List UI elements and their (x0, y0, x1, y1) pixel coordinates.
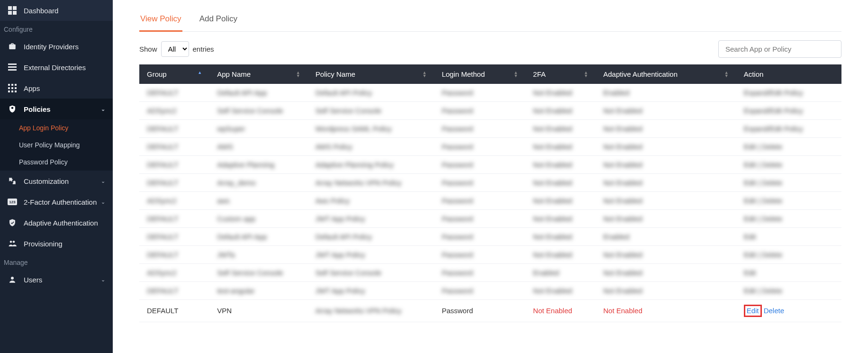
svg-rect-5 (8, 66, 17, 68)
sub-user-policy-mapping[interactable]: User Policy Mapping (0, 136, 113, 154)
policy-tabs: View Policy Add Policy (139, 9, 841, 32)
nav-adaptive-auth-label: Adaptive Authentication (24, 219, 105, 227)
svg-rect-10 (8, 87, 10, 89)
nav-identity-providers[interactable]: Identity Providers (0, 36, 113, 57)
sort-icon: ▲▼ (422, 71, 426, 78)
sub-app-login-policy[interactable]: App Login Policy (0, 119, 113, 136)
sort-icon: ▲▼ (296, 71, 300, 78)
table-row: DEFAULTDefault API AppDefault API Policy… (139, 228, 841, 246)
search-box (718, 40, 841, 58)
nav-two-factor[interactable]: 123 2-Factor Authentication ⌄ (0, 191, 113, 212)
svg-rect-9 (15, 84, 17, 86)
svg-rect-12 (15, 87, 17, 89)
nav-users-label: Users (24, 276, 101, 284)
svg-rect-1 (13, 6, 17, 10)
chevron-down-icon: ⌄ (101, 199, 105, 205)
svg-rect-6 (8, 69, 17, 71)
table-row: DEFAULTAWSAWS PolicyPasswordNot EnabledN… (139, 138, 841, 156)
list-icon (8, 63, 17, 72)
col-2fa[interactable]: 2FA ▲▼ (525, 64, 596, 84)
sort-icon: ▲▼ (514, 71, 518, 78)
briefcase-icon (8, 42, 17, 51)
table-row: DEFAULTJWTaJWT App PolicyPasswordNot Ena… (139, 246, 841, 264)
sub-password-policy[interactable]: Password Policy (0, 154, 113, 171)
policies-submenu: App Login Policy User Policy Mapping Pas… (0, 119, 113, 171)
svg-rect-0 (8, 6, 12, 10)
table-row-focus: DEFAULTVPNArray Networks VPN PolicyPassw… (139, 300, 841, 322)
edit-link[interactable]: Edit (744, 305, 762, 317)
col-action: Action (736, 64, 841, 84)
users-sync-icon (8, 239, 17, 248)
nav-users[interactable]: Users ⌄ (0, 269, 113, 290)
nav-customization[interactable]: Customization ⌄ (0, 171, 113, 191)
entries-label: entries (193, 45, 214, 53)
svg-rect-3 (13, 11, 17, 15)
entries-select[interactable]: All (161, 41, 189, 57)
cell-group: DEFAULT (139, 300, 209, 322)
search-input[interactable] (718, 40, 841, 58)
svg-text:123: 123 (9, 200, 16, 204)
nav-provisioning-label: Provisioning (24, 240, 105, 248)
svg-rect-15 (15, 91, 17, 92)
table-row: DEFAULTArray_demoArray Networks VPN Poli… (139, 174, 841, 192)
nav-two-factor-label: 2-Factor Authentication (24, 198, 101, 206)
shield-check-icon (8, 218, 17, 227)
svg-rect-8 (11, 84, 13, 86)
dashboard-icon (8, 6, 17, 15)
nav-provisioning[interactable]: Provisioning (0, 233, 113, 254)
cell-policy: Array Networks VPN Policy (308, 300, 434, 322)
sidebar: Dashboard Configure Identity Providers E… (0, 0, 113, 353)
shield-icon (8, 104, 17, 114)
sort-icon: ▲▼ (724, 71, 729, 78)
table-row: DEFAULTAdaptive PlanningAdaptive Plannin… (139, 156, 841, 174)
show-label: Show (139, 45, 157, 53)
nav-policies[interactable]: Policies ⌄ (0, 99, 113, 119)
svg-rect-2 (8, 11, 12, 15)
puzzle-icon (8, 176, 17, 186)
chevron-down-icon: ⌄ (101, 106, 105, 112)
table-row: ADSync2Self Service ConsoleSelf Service … (139, 264, 841, 282)
tab-view-policy[interactable]: View Policy (139, 9, 182, 32)
nav-customization-label: Customization (24, 177, 101, 185)
svg-point-18 (10, 241, 12, 243)
table-row: DEFAULTDefault API AppDefault API Policy… (139, 84, 841, 102)
cell-action: Edit Delete (736, 300, 841, 322)
nav-external-directories[interactable]: External Directories (0, 57, 113, 78)
col-login-method[interactable]: Login Method ▲▼ (434, 64, 525, 84)
svg-rect-4 (8, 63, 17, 65)
svg-rect-11 (11, 87, 13, 89)
tab-add-policy[interactable]: Add Policy (199, 9, 238, 32)
col-policy-name[interactable]: Policy Name ▲▼ (308, 64, 434, 84)
chevron-down-icon: ⌄ (101, 277, 105, 283)
col-app-name[interactable]: App Name ▲▼ (209, 64, 307, 84)
chevron-down-icon: ⌄ (101, 178, 105, 184)
nav-apps[interactable]: Apps (0, 78, 113, 99)
svg-rect-13 (8, 91, 10, 92)
cell-login: Password (434, 300, 525, 322)
sort-icon: ▲▼ (584, 71, 588, 78)
nav-policies-label: Policies (24, 105, 101, 113)
nav-apps-label: Apps (24, 84, 105, 92)
table-row: DEFAULTCustom appJWT App PolicyPasswordN… (139, 210, 841, 228)
delete-link[interactable]: Delete (764, 307, 784, 315)
sort-icon: ▲ (198, 71, 202, 74)
cell-app: VPN (209, 300, 307, 322)
nav-adaptive-auth[interactable]: Adaptive Authentication (0, 212, 113, 233)
nav-identity-providers-label: Identity Providers (24, 43, 105, 51)
table-controls: Show All entries (139, 40, 841, 58)
nav-external-directories-label: External Directories (24, 63, 105, 72)
cell-adaptive: Not Enabled (596, 300, 736, 322)
show-entries: Show All entries (139, 41, 214, 57)
table-row: DEFAULTtest-angularJWT App PolicyPasswor… (139, 282, 841, 300)
svg-point-19 (13, 241, 15, 243)
col-group[interactable]: Group ▲ (139, 64, 209, 84)
section-manage: Manage (0, 254, 113, 269)
table-row: ADSync2Self Service ConsoleSelf Service … (139, 102, 841, 120)
col-adaptive[interactable]: Adaptive Authentication ▲▼ (596, 64, 736, 84)
apps-grid-icon (8, 83, 17, 93)
main-content: View Policy Add Policy Show All entries … (113, 0, 868, 353)
nav-dashboard[interactable]: Dashboard (0, 0, 113, 21)
policies-table: Group ▲ App Name ▲▼ Policy Name ▲▼ Login… (139, 64, 841, 322)
svg-rect-14 (11, 91, 13, 92)
password-icon: 123 (8, 197, 17, 207)
